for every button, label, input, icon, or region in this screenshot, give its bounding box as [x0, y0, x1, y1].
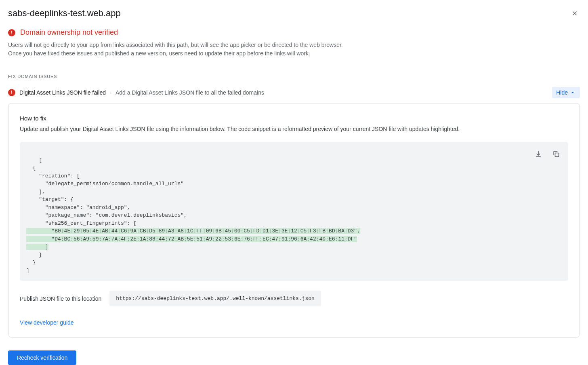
hide-button[interactable]: Hide — [552, 87, 580, 98]
code-line: } — [26, 260, 36, 266]
code-line: } — [26, 252, 42, 258]
alert-title: Domain ownership not verified — [20, 28, 118, 37]
code-line: ] — [26, 268, 29, 274]
code-line-highlighted: "B0:4E:29:05:4E:AB:44:C6:9A:CB:D5:89:A3:… — [26, 228, 360, 234]
code-line: "target": { — [26, 196, 74, 203]
close-icon — [571, 10, 578, 17]
code-line: "delegate_permission/common.handle_all_u… — [26, 181, 184, 187]
code-line-highlighted: "D4:BC:56:A9:59:7A:7A:4F:2E:1A:88:44:72:… — [26, 236, 357, 242]
issue-subtitle: Add a Digital Asset Links JSON file to a… — [116, 89, 264, 96]
svg-rect-2 — [555, 153, 559, 157]
copy-button[interactable] — [550, 148, 562, 160]
error-icon: ! — [8, 89, 15, 96]
code-line: ], — [26, 189, 45, 195]
chevron-up-icon — [569, 89, 576, 96]
publish-label: Publish JSON file to this location — [20, 295, 101, 302]
close-button[interactable] — [569, 8, 580, 19]
error-icon: ! — [8, 29, 15, 36]
issue-title: Digital Asset Links JSON file failed — [19, 89, 106, 96]
card-description: Update and publish your Digital Asset Li… — [20, 126, 568, 132]
page-title: sabs-deeplinks-test.web.app — [8, 8, 121, 19]
section-label: Fix domain issues — [8, 74, 580, 79]
code-line: "relation": [ — [26, 173, 80, 179]
publish-url: https://sabs-deeplinks-test.web.app/.wel… — [109, 291, 321, 306]
code-line: "package_name": "com.devrel.deeplinksbas… — [26, 212, 187, 218]
fix-card: How to fix Update and publish your Digit… — [8, 103, 580, 338]
code-block: [ { "relation": [ "delegate_permission/c… — [20, 142, 568, 281]
code-line: [ — [39, 157, 42, 163]
hide-label: Hide — [556, 89, 568, 96]
developer-guide-link[interactable]: View developer guide — [20, 319, 74, 326]
recheck-button[interactable]: Recheck verification — [8, 350, 76, 365]
card-title: How to fix — [20, 115, 568, 122]
download-button[interactable] — [533, 148, 544, 160]
code-line: "sha256_cert_fingerprints": [ — [26, 220, 136, 226]
issue-header: ! Digital Asset Links JSON file failed ·… — [8, 87, 580, 98]
code-line-highlighted: ] — [26, 244, 48, 250]
code-line: { — [26, 165, 36, 171]
copy-icon — [552, 150, 560, 158]
code-line: "namespace": "android_app", — [26, 205, 130, 211]
alert-description: Users will not go directly to your app f… — [8, 41, 355, 58]
download-icon — [534, 150, 542, 158]
separator: · — [110, 89, 111, 96]
